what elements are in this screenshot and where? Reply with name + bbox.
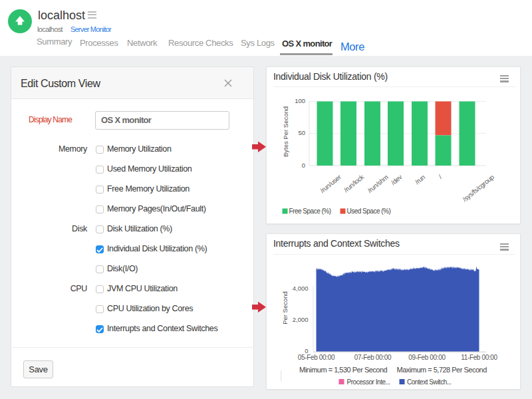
svg-text:Context Switch...: Context Switch...: [407, 378, 452, 386]
svg-text:Per Second: Per Second: [281, 291, 289, 325]
svg-text:Minimum = 1,530 Per Second: Minimum = 1,530 Per Second: [299, 366, 388, 374]
svg-text:/: /: [437, 173, 443, 180]
svg-text:11-Feb 00:00: 11-Feb 00:00: [461, 354, 497, 361]
svg-text:Bytes Per Second: Bytes Per Second: [282, 106, 289, 157]
svg-text:0: 0: [302, 162, 305, 169]
svg-text:100: 100: [295, 97, 305, 104]
svg-text:/dev: /dev: [390, 173, 404, 186]
svg-text:50: 50: [298, 129, 305, 136]
svg-text:Used Space (%): Used Space (%): [347, 207, 391, 215]
svg-text:Maximum = 5,728 Per Second: Maximum = 5,728 Per Second: [397, 366, 487, 374]
svg-text:2,000: 2,000: [293, 316, 309, 323]
svg-text:Processor Inte...: Processor Inte...: [347, 378, 390, 386]
svg-text:4,000: 4,000: [293, 285, 309, 292]
svg-text:/run/shm: /run/shm: [366, 174, 390, 195]
svg-text:/run/lock: /run/lock: [342, 173, 366, 194]
svg-text:07-Feb 00:00: 07-Feb 00:00: [354, 354, 392, 361]
svg-text:09-Feb 00:00: 09-Feb 00:00: [408, 354, 446, 361]
svg-text:/run: /run: [414, 174, 426, 186]
svg-text:05-Feb 00:00: 05-Feb 00:00: [298, 354, 335, 361]
svg-text:/run/user: /run/user: [319, 173, 342, 194]
svg-text:/sys/fs/cgroup: /sys/fs/cgroup: [461, 173, 495, 203]
svg-text:Free Space (%): Free Space (%): [289, 207, 331, 215]
